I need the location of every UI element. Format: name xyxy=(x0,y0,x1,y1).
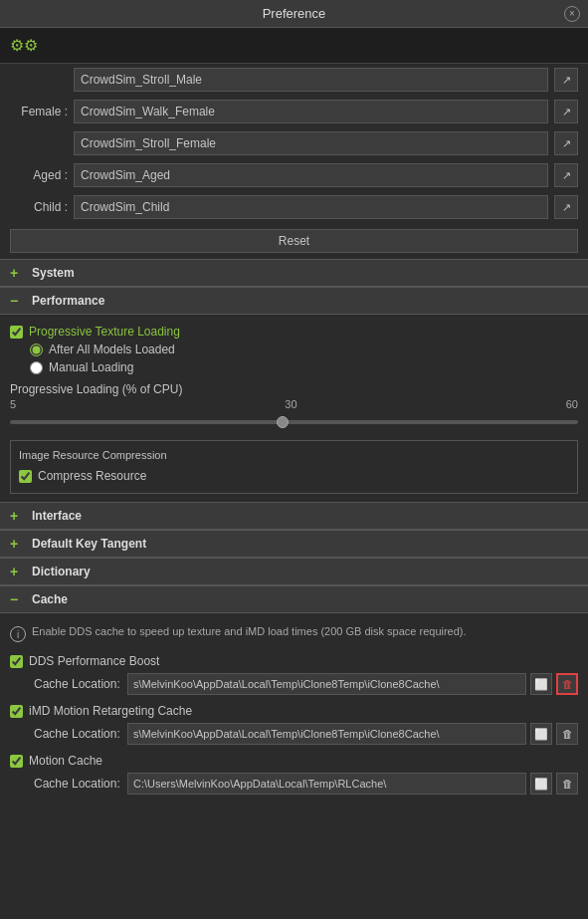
reset-row: Reset xyxy=(0,223,588,259)
motion-cache-row: Motion Cache xyxy=(10,752,578,770)
manual-loading-radio[interactable] xyxy=(30,361,43,374)
slider-label-row: Progressive Loading (% of CPU) xyxy=(10,382,578,396)
motion-cache-label: Motion Cache xyxy=(29,754,102,768)
slider-container[interactable] xyxy=(10,412,578,432)
performance-section-title: Performance xyxy=(32,294,104,308)
slider-mid: 30 xyxy=(285,398,296,410)
default-key-tangent-toggle-icon: + xyxy=(10,536,26,552)
male1-input[interactable] xyxy=(74,68,548,92)
window-title: Preference xyxy=(263,6,326,21)
interface-section-title: Interface xyxy=(32,509,82,523)
cache-info-text: Enable DDS cache to speed up texture and… xyxy=(32,625,467,637)
female1-input[interactable] xyxy=(74,100,548,123)
imd-label: iMD Motion Retargeting Cache xyxy=(29,704,192,718)
slider-label: Progressive Loading (% of CPU) xyxy=(10,382,182,396)
dds-loc-label: Cache Location: xyxy=(34,677,123,691)
performance-toggle-icon: − xyxy=(10,293,26,309)
motion-delete-btn[interactable]: 🗑 xyxy=(556,773,578,795)
close-button[interactable]: × xyxy=(564,6,580,22)
compress-resource-label: Compress Resource xyxy=(38,469,146,483)
slider-min: 5 xyxy=(10,398,16,410)
progressive-texture-label: Progressive Texture Loading xyxy=(29,325,180,339)
child-export-btn[interactable]: ↗ xyxy=(554,195,578,219)
dds-folder-btn[interactable]: ⬜ xyxy=(530,673,552,695)
performance-content: Progressive Texture Loading After All Mo… xyxy=(0,315,588,502)
system-section-title: System xyxy=(32,266,75,280)
female1-row: Female : ↗ xyxy=(0,96,588,127)
female1-export-btn[interactable]: ↗ xyxy=(554,100,578,123)
motion-cache-checkbox[interactable] xyxy=(10,755,23,768)
imd-folder-btn[interactable]: ⬜ xyxy=(530,723,552,745)
imd-checkbox[interactable] xyxy=(10,705,23,718)
slider-thumb[interactable] xyxy=(277,416,289,428)
performance-section-header[interactable]: − Performance xyxy=(0,287,588,315)
cache-info-row: i Enable DDS cache to speed up texture a… xyxy=(10,621,578,646)
info-icon: i xyxy=(10,626,26,642)
dds-checkbox[interactable] xyxy=(10,655,23,668)
reset-button[interactable]: Reset xyxy=(10,229,578,253)
aged-label: Aged : xyxy=(10,168,68,182)
male1-row: ↗ xyxy=(0,64,588,96)
dds-label: DDS Performance Boost xyxy=(29,654,159,668)
cache-content: i Enable DDS cache to speed up texture a… xyxy=(0,613,588,805)
compress-resource-row: Compress Resource xyxy=(19,467,569,485)
after-models-label: After All Models Loaded xyxy=(49,343,175,356)
manual-loading-label: Manual Loading xyxy=(49,360,133,374)
imd-delete-btn[interactable]: 🗑 xyxy=(556,723,578,745)
motion-loc-row: Cache Location: ⬜ 🗑 xyxy=(10,770,578,798)
resource-box-title: Image Resource Compression xyxy=(19,449,569,461)
after-models-radio[interactable] xyxy=(30,344,43,356)
system-toggle-icon: + xyxy=(10,265,26,281)
compress-resource-checkbox[interactable] xyxy=(19,470,32,483)
progressive-texture-checkbox[interactable] xyxy=(10,326,23,339)
aged-row: Aged : ↗ xyxy=(0,159,588,191)
cache-toggle-icon: − xyxy=(10,591,26,607)
manual-loading-row: Manual Loading xyxy=(10,358,578,376)
female2-input[interactable] xyxy=(74,131,548,155)
default-key-tangent-section-title: Default Key Tangent xyxy=(32,537,146,551)
motion-path-input[interactable] xyxy=(127,773,526,795)
imd-loc-label: Cache Location: xyxy=(34,727,123,741)
main-content: ↗ Female : ↗ ↗ Aged : ↗ Child : ↗ Reset … xyxy=(0,64,588,805)
slider-max: 60 xyxy=(566,398,578,410)
child-label: Child : xyxy=(10,200,68,214)
slider-track xyxy=(10,420,578,424)
default-key-tangent-section-header[interactable]: + Default Key Tangent xyxy=(0,530,588,558)
title-bar: Preference × xyxy=(0,0,588,28)
dds-loc-row: Cache Location: ⬜ 🗑 xyxy=(10,670,578,698)
cache-section-title: Cache xyxy=(32,592,68,606)
child-row: Child : ↗ xyxy=(0,191,588,223)
progressive-texture-row: Progressive Texture Loading xyxy=(10,323,578,341)
resource-compression-box: Image Resource Compression Compress Reso… xyxy=(10,440,578,494)
female2-export-btn[interactable]: ↗ xyxy=(554,131,578,155)
motion-folder-btn[interactable]: ⬜ xyxy=(530,773,552,795)
female2-row: ↗ xyxy=(0,127,588,159)
dds-delete-btn[interactable]: 🗑 xyxy=(556,673,578,695)
dictionary-section-header[interactable]: + Dictionary xyxy=(0,558,588,585)
motion-cache-section: Motion Cache Cache Location: ⬜ 🗑 xyxy=(10,752,578,798)
interface-toggle-icon: + xyxy=(10,508,26,524)
aged-input[interactable] xyxy=(74,163,548,187)
child-input[interactable] xyxy=(74,195,548,219)
top-bar: ⚙⚙ xyxy=(0,28,588,64)
dictionary-section-title: Dictionary xyxy=(32,565,91,578)
male1-export-btn[interactable]: ↗ xyxy=(554,68,578,92)
gear-icon: ⚙⚙ xyxy=(10,38,38,54)
imd-path-input[interactable] xyxy=(127,723,526,745)
cache-section-header[interactable]: − Cache xyxy=(0,585,588,613)
interface-section-header[interactable]: + Interface xyxy=(0,502,588,530)
system-section-header[interactable]: + System xyxy=(0,259,588,287)
imd-loc-row: Cache Location: ⬜ 🗑 xyxy=(10,720,578,748)
slider-numbers: 5 30 60 xyxy=(10,396,578,412)
aged-export-btn[interactable]: ↗ xyxy=(554,163,578,187)
motion-loc-label: Cache Location: xyxy=(34,777,123,791)
imd-row: iMD Motion Retargeting Cache xyxy=(10,702,578,720)
female-label: Female : xyxy=(10,105,68,118)
after-models-row: After All Models Loaded xyxy=(10,341,578,358)
dds-path-input[interactable] xyxy=(127,673,526,695)
dds-row: DDS Performance Boost xyxy=(10,652,578,670)
dictionary-toggle-icon: + xyxy=(10,564,26,579)
